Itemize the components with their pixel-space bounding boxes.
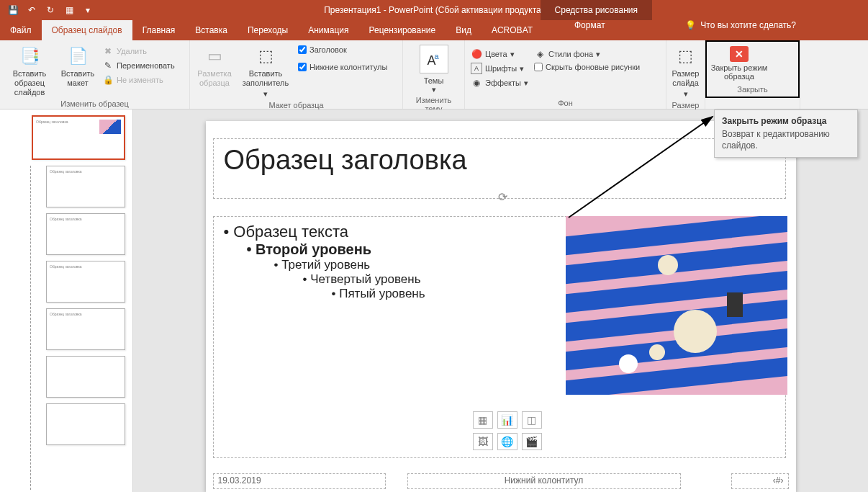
layout-thumbnail[interactable] [46, 356, 125, 398]
chevron-down-icon: ▾ [596, 50, 600, 59]
tell-me-search[interactable]: 💡 Что вы хотите сделать? [685, 20, 796, 30]
tab-slide-master[interactable]: Образец слайдов [42, 20, 132, 40]
pictures-icon[interactable]: 🖼 [473, 433, 493, 450]
smartart-icon[interactable]: ◫ [522, 411, 542, 429]
master-connector-line [30, 166, 36, 490]
window-title: Презентация1 - PowerPoint (Сбой активаци… [324, 5, 544, 15]
start-from-beginning-icon[interactable]: ▦ [62, 3, 76, 17]
tab-animations[interactable]: Анимация [298, 20, 358, 40]
layout-thumbnail[interactable]: Образец заголовка [46, 261, 125, 303]
rename-button[interactable]: ✎Переименовать [101, 59, 176, 72]
layout-thumbnail[interactable]: Образец заголовка [46, 166, 125, 207]
group-edit-master: 📑 Вставить образец слайдов 📄 Вставить ма… [0, 40, 190, 109]
chevron-down-icon: ▾ [684, 89, 688, 99]
insert-layout-icon: 📄 [66, 45, 89, 68]
tab-insert[interactable]: Вставка [185, 20, 238, 40]
footers-checkbox[interactable]: Нижние колонтитулы [297, 62, 389, 72]
tab-format[interactable]: Формат [564, 20, 615, 30]
group-edit-theme: Aa Темы ▾ Изменить тему [403, 40, 465, 109]
insert-slide-master-icon: 📑 [18, 45, 41, 68]
bg-styles-icon: ◈ [534, 48, 546, 60]
rotate-handle-icon[interactable]: ⟳ [498, 190, 507, 204]
tab-home[interactable]: Главная [132, 20, 186, 40]
effects-button[interactable]: ◉Эффекты ▾ [469, 76, 530, 89]
master-layout-button: ▭ Разметка образца [194, 42, 235, 88]
preserve-icon: 🔒 [102, 74, 114, 86]
group-background: 🔴Цвета ▾ AШрифты ▾ ◉Эффекты ▾ ◈Стили фон… [465, 40, 666, 109]
delete-button: ✖Удалить [101, 45, 176, 58]
close-master-view-button[interactable]: ✕ Закрыть режим образца [708, 43, 770, 84]
insert-placeholder-button[interactable]: ⬚ Вставить заполнитель ▾ [238, 42, 294, 99]
hide-bg-graphics-checkbox[interactable]: Скрыть фоновые рисунки [533, 62, 641, 72]
layout-thumbnail[interactable] [46, 403, 125, 445]
online-pictures-icon[interactable]: 🌐 [497, 433, 517, 450]
tab-file[interactable]: Файл [0, 20, 42, 40]
content-placeholder-icons: ▦ 📊 ◫ 🖼 🌐 🎬 [473, 411, 542, 450]
master-layout-icon: ▭ [203, 45, 226, 68]
effects-icon: ◉ [471, 77, 482, 89]
workspace: Образец заголовка Образец заголовка Обра… [0, 109, 868, 492]
themes-button[interactable]: Aa Темы ▾ [417, 42, 451, 94]
slide-canvas[interactable]: Образец заголовка ⟳ • Образец текста • В… [206, 121, 796, 492]
chevron-down-icon: ▾ [432, 85, 436, 94]
delete-icon: ✖ [102, 45, 114, 57]
insert-slide-master-button[interactable]: 📑 Вставить образец слайдов [4, 42, 55, 98]
group-master-layout: ▭ Разметка образца ⬚ Вставить заполнител… [190, 40, 403, 109]
themes-icon: Aa [420, 45, 448, 73]
table-icon[interactable]: ▦ [473, 411, 493, 429]
tell-me-text: Что вы хотите сделать? [700, 20, 796, 30]
video-icon[interactable]: 🎬 [522, 433, 542, 450]
group-size: ⬚ Размер слайда▾ Размер [666, 40, 705, 109]
chevron-down-icon: ▾ [524, 79, 528, 88]
ribbon: 📑 Вставить образец слайдов 📄 Вставить ма… [0, 40, 868, 109]
footer-placeholder[interactable]: Нижний колонтитул [407, 473, 681, 489]
chart-icon[interactable]: 📊 [497, 411, 517, 429]
ribbon-tabs: Файл Образец слайдов Главная Вставка Пер… [0, 20, 868, 40]
save-icon[interactable]: 💾 [6, 3, 20, 17]
title-checkbox[interactable]: Заголовок [297, 45, 389, 55]
close-master-highlight: ✕ Закрыть режим образца Закрыть [705, 40, 800, 98]
master-thumbnail[interactable]: Образец заголовка [32, 115, 125, 160]
chevron-down-icon: ▾ [510, 50, 515, 59]
date-placeholder[interactable]: 19.03.2019 [213, 473, 386, 489]
fonts-icon: A [471, 63, 482, 74]
close-icon: ✕ [730, 46, 749, 62]
slide-editing-area: Образец заголовка ⟳ • Образец текста • В… [133, 109, 868, 492]
chevron-down-icon: ▾ [263, 89, 268, 99]
contextual-tab-label: Средства рисования [541, 0, 652, 20]
chevron-down-icon: ▾ [520, 64, 524, 73]
tooltip-close-master: Закрыть режим образца Возврат к редактир… [714, 109, 858, 158]
quick-access-toolbar: 💾 ↶ ↻ ▦ ▾ [0, 3, 101, 17]
tab-transitions[interactable]: Переходы [238, 20, 298, 40]
tab-review[interactable]: Рецензирование [359, 20, 446, 40]
thumb-image-icon [99, 120, 121, 134]
layout-thumbnail[interactable]: Образец заголовка [46, 213, 125, 255]
tab-view[interactable]: Вид [446, 20, 482, 40]
group-close: ✕ Закрыть режим образца Закрыть [705, 40, 800, 109]
group-edit-master-label: Изменить образец [4, 98, 185, 109]
title-bar: 💾 ↶ ↻ ▦ ▾ Презентация1 - PowerPoint (Сбо… [0, 0, 868, 20]
undo-icon[interactable]: ↶ [24, 3, 39, 17]
group-background-label: Фон [469, 97, 661, 109]
title-text: Образец заголовка [224, 145, 467, 175]
tab-acrobat[interactable]: ACROBAT [482, 20, 543, 40]
insert-placeholder-icon: ⬚ [254, 45, 277, 68]
colors-button[interactable]: 🔴Цвета ▾ [469, 48, 530, 61]
decorative-image [566, 216, 787, 395]
redo-icon[interactable]: ↻ [43, 3, 58, 17]
slide-size-icon: ⬚ [674, 45, 697, 68]
preserve-button: 🔒Не изменять [101, 73, 176, 86]
tooltip-body: Возврат к редактированию слайдов. [722, 129, 850, 151]
insert-layout-button[interactable]: 📄 Вставить макет [58, 42, 98, 88]
rename-icon: ✎ [102, 60, 114, 71]
background-styles-button[interactable]: ◈Стили фона ▾ [533, 48, 641, 61]
thumbnail-panel: Образец заголовка Образец заголовка Обра… [0, 109, 133, 492]
colors-icon: 🔴 [471, 48, 482, 60]
lightbulb-icon: 💡 [685, 20, 696, 30]
group-close-label: Закрыть [708, 84, 797, 95]
fonts-button[interactable]: AШрифты ▾ [469, 62, 530, 75]
slide-size-button[interactable]: ⬚ Размер слайда▾ [671, 42, 700, 99]
qat-dropdown-icon[interactable]: ▾ [81, 3, 95, 17]
layout-thumbnail[interactable]: Образец заголовка [46, 308, 125, 350]
slide-number-placeholder[interactable]: ‹#› [731, 473, 789, 489]
